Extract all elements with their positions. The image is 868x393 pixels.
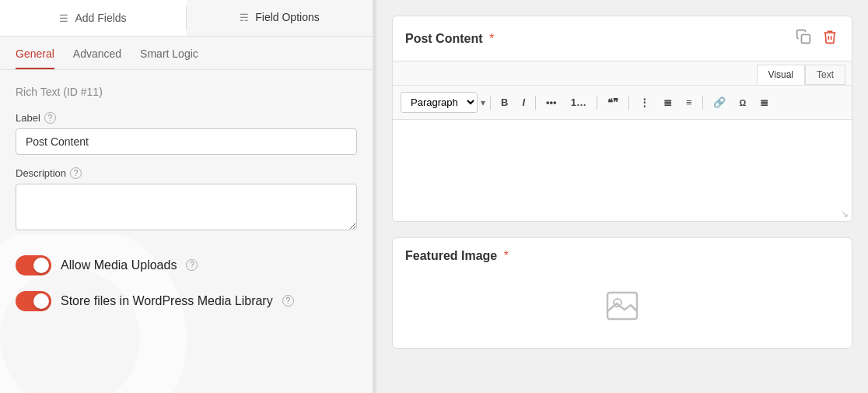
toolbar-divider-3 [597,96,597,110]
label-group: Label ? [16,112,357,155]
more-button[interactable]: ≣ [754,93,774,111]
allow-media-toggle[interactable] [16,255,51,275]
toolbar-divider-4 [628,96,629,110]
special-char-button[interactable]: Ω [734,95,752,111]
add-fields-label: Add Fields [75,12,126,24]
rich-text-editor: Visual Text Paragraph ▾ B I ••• 1… ❝❞ ⋮ … [393,61,852,221]
left-bottom: Allow Media Uploads ? Store files in Wor… [0,235,373,394]
allow-media-label: Allow Media Uploads [61,258,177,272]
field-title: Rich Text (ID #11) [16,86,357,98]
rte-tab-text[interactable]: Text [805,65,845,85]
align-left-button[interactable]: ⋮ [634,93,655,111]
left-panel: ☰ Add Fields ☴ Field Options General Adv… [0,0,373,393]
duplicate-button[interactable] [794,27,813,50]
svg-rect-0 [802,35,810,44]
paragraph-select[interactable]: Paragraph [401,92,478,113]
featured-image-title: Featured Image [405,249,497,262]
align-center-button[interactable]: ≣ [658,93,677,111]
label-help-icon[interactable]: ? [44,112,56,124]
rte-tabs: Visual Text [393,61,852,86]
description-group: Description ? [16,167,357,233]
ol-button[interactable]: 1… [565,93,592,111]
featured-image-body [393,271,852,348]
sub-tabs: General Advanced Smart Logic [0,37,373,70]
field-id: (ID #11) [63,86,103,98]
post-content-header: Post Content * [393,16,852,61]
label-input[interactable] [16,128,357,155]
field-options-icon: ☴ [240,12,249,23]
store-files-row: Store files in WordPress Media Library ? [16,283,357,319]
rte-tab-visual[interactable]: Visual [757,65,805,85]
tab-field-options[interactable]: ☴ Field Options [187,0,373,36]
description-field-label: Description ? [16,167,357,179]
post-content-card: Post Content * Visual Te [392,16,852,222]
rte-resize-handle[interactable]: ↘ [841,209,849,219]
toolbar-divider-1 [490,96,491,110]
featured-image-card: Featured Image * [392,237,852,349]
description-help-icon[interactable]: ? [70,167,82,179]
add-fields-icon: ☰ [59,12,68,24]
rte-toolbar: Paragraph ▾ B I ••• 1… ❝❞ ⋮ ≣ ≡ 🔗 Ω ≣ [393,86,852,120]
toolbar-divider-2 [535,96,536,110]
post-content-required: * [489,32,494,45]
post-content-title: Post Content * [405,32,494,46]
field-content: Rich Text (ID #11) Label ? Description ? [0,70,373,235]
field-options-label: Field Options [255,11,319,23]
italic-button[interactable]: I [516,93,530,111]
paragraph-dropdown-arrow: ▾ [481,97,485,108]
bold-button[interactable]: B [495,93,513,111]
allow-media-row: Allow Media Uploads ? [16,247,357,283]
tab-advanced[interactable]: Advanced [73,47,121,69]
rte-body[interactable]: ↘ [393,120,852,221]
tab-add-fields[interactable]: ☰ Add Fields [0,0,186,36]
align-right-button[interactable]: ≡ [681,93,698,111]
featured-image-required: * [504,249,509,262]
image-placeholder-icon [603,286,642,332]
store-files-label: Store files in WordPress Media Library [61,294,273,308]
store-files-help-icon[interactable]: ? [282,295,294,307]
allow-media-help-icon[interactable]: ? [186,259,198,271]
duplicate-icon [796,29,811,44]
delete-button[interactable] [821,27,839,50]
delete-icon [822,29,838,44]
blockquote-button[interactable]: ❝❞ [602,93,624,111]
right-panel: Post Content * Visual Te [376,0,868,393]
description-input[interactable] [16,184,357,230]
tab-smart-logic[interactable]: Smart Logic [140,47,198,69]
label-field-label: Label ? [16,112,357,124]
featured-image-header: Featured Image * [393,238,852,271]
tab-general[interactable]: General [16,47,54,69]
store-files-toggle[interactable] [16,291,51,311]
link-button[interactable]: 🔗 [708,93,731,111]
ul-button[interactable]: ••• [541,93,562,111]
main-tabs: ☰ Add Fields ☴ Field Options [0,0,373,37]
toolbar-divider-5 [702,96,703,110]
post-content-actions [794,27,839,50]
